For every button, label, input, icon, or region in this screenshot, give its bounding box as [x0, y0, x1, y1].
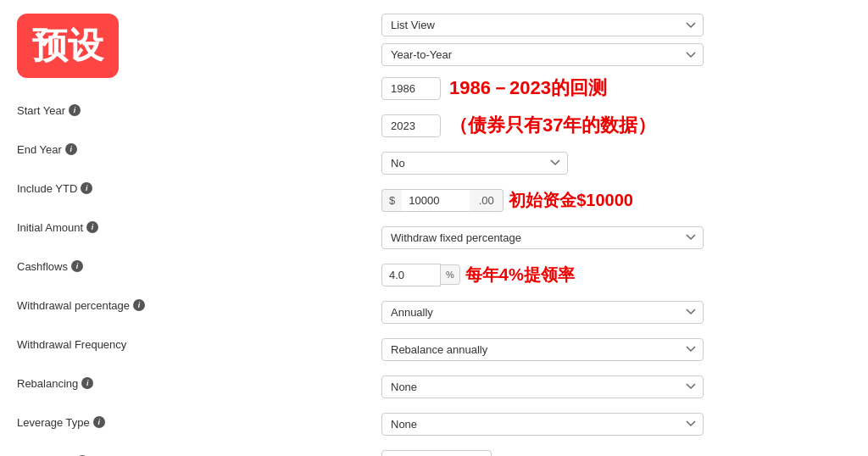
time-mode-row: Year-to-Year Total Return: [381, 43, 851, 66]
initial-amount-label: Initial Amount i: [17, 221, 170, 234]
start-year-input[interactable]: [381, 77, 441, 100]
withdrawal-pct-label: Withdrawal percentage i: [17, 299, 170, 312]
withdrawal-freq-input-row: Annually Monthly Quarterly: [381, 297, 851, 327]
end-year-label: End Year i: [17, 143, 170, 156]
initial-amount-input-row: $ .00 初始资金$10000: [381, 185, 851, 215]
benchmark-select[interactable]: None S&P 500 Total Market: [381, 413, 704, 436]
leverage-row: Leverage Type i: [17, 407, 356, 437]
withdrawal-pct-row: Withdrawal percentage i: [17, 290, 356, 320]
annotation-rate: 每年4%提领率: [465, 264, 575, 286]
left-panel: 预设 Start Year i End Year i Include YTD i: [0, 0, 373, 456]
cashflows-label: Cashflows i: [17, 260, 170, 273]
cashflows-info-icon[interactable]: i: [71, 260, 83, 272]
withdrawal-pct-group: %: [381, 264, 460, 286]
cashflows-row: Cashflows i: [17, 251, 356, 281]
rebalancing-select[interactable]: Rebalance annually No rebalancing Rebala…: [381, 338, 704, 361]
view-mode-row: List View Chart View: [381, 14, 851, 36]
benchmark-input-row: None S&P 500 Total Market: [381, 409, 851, 439]
leverage-info-icon[interactable]: i: [93, 416, 105, 428]
end-year-input-row: （债券只有37年的数据）: [381, 110, 851, 141]
include-ytd-row: Include YTD i: [17, 173, 356, 203]
initial-amount-group: $ .00: [381, 189, 504, 212]
initial-amount-input[interactable]: [402, 189, 470, 212]
view-mode-select[interactable]: List View Chart View: [381, 14, 704, 36]
annotation-years: 1986－2023的回测: [449, 75, 607, 101]
cashflows-input-row: Withdraw fixed percentage Contribute fix…: [381, 222, 851, 253]
percent-suffix: %: [441, 264, 460, 285]
amount-cents: .00: [470, 189, 504, 212]
portfolio-names-select[interactable]: Default Custom: [381, 450, 492, 457]
benchmark-row: Benchmark i: [17, 446, 356, 456]
include-ytd-select[interactable]: No Yes: [381, 152, 568, 175]
cashflows-select[interactable]: Withdraw fixed percentage Contribute fix…: [381, 226, 704, 249]
main-container: 预设 Start Year i End Year i Include YTD i: [0, 0, 868, 456]
start-year-input-row: 1986－2023的回测: [381, 73, 851, 103]
include-ytd-input-row: No Yes: [381, 147, 851, 178]
withdrawal-pct-input-row: % 每年4%提领率: [381, 259, 851, 290]
end-year-input[interactable]: [381, 114, 441, 137]
annotation-bonds: （债券只有37年的数据）: [449, 113, 656, 138]
start-year-info-icon[interactable]: i: [69, 104, 81, 116]
leverage-select[interactable]: None Margin Futures: [381, 375, 704, 398]
dollar-prefix: $: [381, 189, 402, 212]
initial-amount-row: Initial Amount i: [17, 212, 356, 242]
withdrawal-freq-select[interactable]: Annually Monthly Quarterly: [381, 301, 704, 324]
annotation-amount: 初始资金$10000: [509, 189, 633, 212]
rebalancing-label: Rebalancing i: [17, 377, 170, 390]
end-year-row: End Year i: [17, 134, 356, 164]
rebalancing-input-row: Rebalance annually No rebalancing Rebala…: [381, 334, 851, 364]
end-year-info-icon[interactable]: i: [65, 143, 77, 155]
start-year-label: Start Year i: [17, 104, 170, 117]
preset-badge: 预设: [17, 14, 119, 78]
withdrawal-freq-label: Withdrawal Frequency: [17, 338, 170, 351]
leverage-label: Leverage Type i: [17, 416, 170, 429]
initial-amount-info-icon[interactable]: i: [86, 221, 98, 233]
start-year-row: Start Year i: [17, 95, 356, 125]
withdrawal-pct-info-icon[interactable]: i: [133, 299, 145, 311]
time-mode-select[interactable]: Year-to-Year Total Return: [381, 43, 704, 66]
withdrawal-freq-row: Withdrawal Frequency: [17, 329, 356, 359]
rebalancing-info-icon[interactable]: i: [81, 377, 93, 389]
withdrawal-pct-input[interactable]: [381, 264, 441, 286]
include-ytd-info-icon[interactable]: i: [81, 182, 92, 194]
portfolio-names-input-row: Default Custom: [381, 446, 851, 456]
rebalancing-row: Rebalancing i: [17, 368, 356, 398]
include-ytd-label: Include YTD i: [17, 182, 170, 195]
leverage-input-row: None Margin Futures: [381, 371, 851, 402]
right-panel: List View Chart View Year-to-Year Total …: [373, 0, 868, 456]
